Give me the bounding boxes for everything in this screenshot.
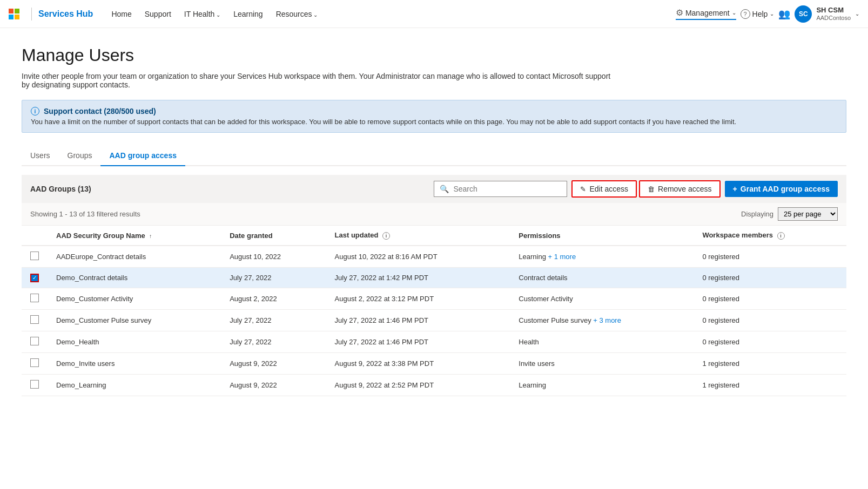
- help-menu[interactable]: ? Help ⌄: [741, 9, 775, 19]
- cell-workspace-members: 0 registered: [694, 331, 846, 352]
- user-info[interactable]: SH CSM AADContoso: [816, 6, 851, 22]
- page-title: Manage Users: [22, 45, 846, 65]
- row-checkbox[interactable]: [30, 315, 39, 324]
- cell-permissions: Customer Pulse survey + 3 more: [510, 309, 694, 331]
- table-header-row: AAD Security Group Name ↑ Date granted L…: [22, 226, 846, 246]
- management-chevron-icon: ⌄: [732, 10, 736, 16]
- nav-support[interactable]: Support: [139, 6, 177, 22]
- cell-workspace-members: 1 registered: [694, 352, 846, 374]
- nav-resources[interactable]: Resources: [271, 6, 324, 22]
- table-row: Demo_HealthJuly 27, 2022July 27, 2022 at…: [22, 331, 846, 352]
- edit-icon: ✎: [580, 185, 586, 193]
- cell-last-updated: August 9, 2022 at 2:52 PM PDT: [326, 374, 510, 396]
- row-checkbox[interactable]: [30, 380, 39, 389]
- row-checkbox[interactable]: [30, 294, 39, 302]
- search-box[interactable]: 🔍: [434, 181, 567, 197]
- table-row: Demo_Customer Pulse surveyJuly 27, 2022J…: [22, 309, 846, 331]
- user-chevron-icon[interactable]: ⌄: [855, 11, 859, 17]
- help-chevron-icon: ⌄: [770, 11, 774, 17]
- tab-users[interactable]: Users: [22, 146, 59, 165]
- permissions-extra-link[interactable]: + 1 more: [548, 253, 576, 261]
- permissions-extra-link[interactable]: + 3 more: [593, 316, 621, 324]
- col-last-updated: Last updated i: [326, 226, 510, 246]
- cell-group-name: AADEurope_Contract details: [48, 246, 221, 268]
- col-workspace-members: Workspace members i: [694, 226, 846, 246]
- cell-workspace-members: 0 registered: [694, 288, 846, 309]
- nav-ithealth[interactable]: IT Health: [179, 6, 226, 22]
- alert-body-text: You have a limit on the number of suppor…: [31, 118, 837, 126]
- alert-title-text: Support contact (280/500 used): [44, 107, 156, 116]
- workspace-members-info-icon[interactable]: i: [777, 232, 785, 240]
- row-checkbox[interactable]: [30, 337, 39, 345]
- page-description: Invite other people from your team or or…: [22, 72, 616, 89]
- col-permissions: Permissions: [510, 226, 694, 246]
- microsoft-logo[interactable]: [9, 9, 19, 19]
- row-checkbox[interactable]: [30, 252, 39, 260]
- tab-groups[interactable]: Groups: [59, 146, 101, 165]
- search-input[interactable]: [453, 185, 561, 193]
- per-page-select[interactable]: 25 per page50 per page100 per page: [778, 207, 838, 221]
- app-brand[interactable]: Services Hub: [38, 9, 93, 19]
- cell-group-name: Demo_Contract details: [48, 268, 221, 288]
- col-date-granted: Date granted: [221, 226, 326, 246]
- main-content: Manage Users Invite other people from yo…: [0, 28, 868, 413]
- top-navigation: Services Hub Home Support IT Health Lear…: [0, 0, 868, 28]
- cell-group-name: Demo_Customer Pulse survey: [48, 309, 221, 331]
- alert-info-icon: i: [31, 107, 39, 116]
- search-icon: 🔍: [440, 185, 449, 193]
- cell-permissions: Contract details: [510, 268, 694, 288]
- person-icon[interactable]: 👥: [778, 8, 790, 20]
- edit-access-label: Edit access: [589, 185, 628, 193]
- row-checkbox[interactable]: [30, 358, 39, 367]
- table-row: Demo_Invite usersAugust 9, 2022August 9,…: [22, 352, 846, 374]
- cell-group-name: Demo_Health: [48, 331, 221, 352]
- results-summary: Showing 1 - 13 of 13 filtered results: [30, 210, 140, 218]
- nav-home[interactable]: Home: [106, 6, 137, 22]
- cell-permissions: Learning: [510, 374, 694, 396]
- displaying-label: Displaying: [741, 210, 773, 218]
- table-row: AADEurope_Contract detailsAugust 10, 202…: [22, 246, 846, 268]
- cell-group-name: Demo_Customer Activity: [48, 288, 221, 309]
- nav-links: Home Support IT Health Learning Resource…: [106, 6, 676, 22]
- cell-date-granted: July 27, 2022: [221, 331, 326, 352]
- avatar[interactable]: SC: [795, 5, 812, 23]
- row-checkbox[interactable]: ✓: [30, 274, 39, 282]
- user-name: SH CSM: [816, 6, 851, 15]
- cell-date-granted: August 9, 2022: [221, 352, 326, 374]
- cell-group-name: Demo_Learning: [48, 374, 221, 396]
- tab-aad-group-access[interactable]: AAD group access: [100, 146, 185, 166]
- aad-groups-table: AAD Security Group Name ↑ Date granted L…: [22, 226, 846, 396]
- table-toolbar: AAD Groups (13) 🔍 ✎ Edit access 🗑 Remove…: [22, 175, 846, 203]
- trash-icon: 🗑: [648, 185, 655, 193]
- cell-date-granted: July 27, 2022: [221, 309, 326, 331]
- cell-permissions: Health: [510, 331, 694, 352]
- cell-group-name: Demo_Invite users: [48, 352, 221, 374]
- results-bar: Showing 1 - 13 of 13 filtered results Di…: [22, 203, 846, 226]
- cell-date-granted: August 9, 2022: [221, 374, 326, 396]
- remove-access-button[interactable]: 🗑 Remove access: [639, 180, 721, 198]
- user-org: AADContoso: [816, 15, 851, 22]
- cell-permissions: Learning + 1 more: [510, 246, 694, 268]
- cell-last-updated: July 27, 2022 at 1:42 PM PDT: [326, 268, 510, 288]
- cell-date-granted: July 27, 2022: [221, 268, 326, 288]
- col-name[interactable]: AAD Security Group Name ↑: [48, 226, 221, 246]
- help-icon: ?: [741, 9, 750, 19]
- cell-last-updated: August 9, 2022 at 3:38 PM PDT: [326, 352, 510, 374]
- cell-permissions: Customer Activity: [510, 288, 694, 309]
- select-all-header: [22, 226, 48, 246]
- support-contact-alert: i Support contact (280/500 used) You hav…: [22, 100, 846, 133]
- group-count-label: AAD Groups (13): [30, 185, 434, 193]
- last-updated-info-icon[interactable]: i: [382, 232, 390, 240]
- edit-access-button[interactable]: ✎ Edit access: [571, 180, 637, 198]
- grant-aad-group-access-button[interactable]: + Grant AAD group access: [725, 181, 838, 197]
- tab-bar: Users Groups AAD group access: [22, 146, 846, 166]
- management-menu[interactable]: ⚙ Management ⌄: [676, 8, 736, 20]
- help-label: Help: [752, 10, 768, 18]
- sort-icon: ↑: [149, 233, 152, 239]
- cell-date-granted: August 10, 2022: [221, 246, 326, 268]
- table-row: Demo_LearningAugust 9, 2022August 9, 202…: [22, 374, 846, 396]
- nav-learning[interactable]: Learning: [228, 6, 268, 22]
- cell-date-granted: August 2, 2022: [221, 288, 326, 309]
- plus-icon: +: [733, 185, 737, 193]
- table-row: ✓Demo_Contract detailsJuly 27, 2022July …: [22, 268, 846, 288]
